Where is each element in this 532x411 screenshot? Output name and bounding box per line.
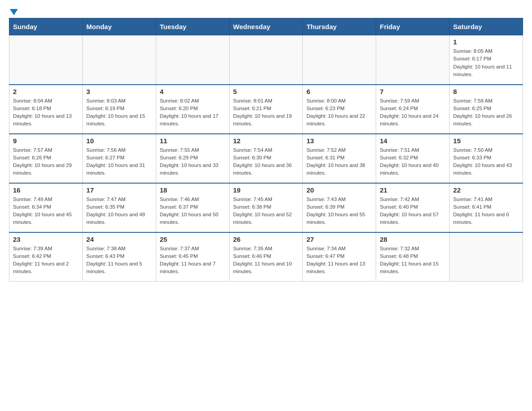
weekday-header-tuesday: Tuesday: [156, 18, 229, 35]
calendar-cell: 6Sunrise: 8:00 AMSunset: 6:23 PMDaylight…: [303, 85, 376, 134]
calendar-cell: 4Sunrise: 8:02 AMSunset: 6:20 PMDaylight…: [156, 85, 229, 134]
calendar-cell: 14Sunrise: 7:51 AMSunset: 6:32 PMDayligh…: [376, 134, 450, 183]
day-info: Sunrise: 7:56 AMSunset: 6:27 PMDaylight:…: [86, 146, 152, 177]
day-number: 11: [160, 137, 226, 145]
calendar-cell: 23Sunrise: 7:39 AMSunset: 6:42 PMDayligh…: [9, 232, 83, 282]
calendar-cell: 10Sunrise: 7:56 AMSunset: 6:27 PMDayligh…: [82, 134, 156, 183]
day-info: Sunrise: 7:55 AMSunset: 6:29 PMDaylight:…: [160, 146, 226, 177]
day-number: 15: [453, 137, 519, 145]
calendar-cell: [450, 232, 523, 282]
day-info: Sunrise: 7:34 AMSunset: 6:47 PMDaylight:…: [306, 245, 372, 276]
calendar-cell: [376, 35, 450, 85]
calendar-week-row: 2Sunrise: 8:04 AMSunset: 6:18 PMDaylight…: [9, 85, 523, 134]
svg-marker-0: [10, 9, 18, 15]
weekday-header-sunday: Sunday: [9, 18, 83, 35]
day-info: Sunrise: 7:58 AMSunset: 6:25 PMDaylight:…: [453, 97, 519, 128]
calendar-cell: [303, 35, 376, 85]
calendar-cell: [9, 35, 83, 85]
calendar-cell: 28Sunrise: 7:32 AMSunset: 6:48 PMDayligh…: [376, 232, 450, 282]
day-number: 3: [86, 88, 152, 95]
calendar-cell: [156, 35, 229, 85]
day-number: 20: [306, 186, 372, 194]
day-info: Sunrise: 7:57 AMSunset: 6:26 PMDaylight:…: [13, 146, 79, 177]
calendar-week-row: 16Sunrise: 7:49 AMSunset: 6:34 PMDayligh…: [9, 183, 523, 232]
day-number: 10: [86, 137, 152, 145]
calendar-cell: 7Sunrise: 7:59 AMSunset: 6:24 PMDaylight…: [376, 85, 450, 134]
day-info: Sunrise: 7:46 AMSunset: 6:37 PMDaylight:…: [160, 196, 226, 227]
day-info: Sunrise: 7:37 AMSunset: 6:45 PMDaylight:…: [160, 245, 226, 276]
calendar-week-row: 1Sunrise: 8:05 AMSunset: 6:17 PMDaylight…: [9, 35, 523, 85]
calendar-cell: 18Sunrise: 7:46 AMSunset: 6:37 PMDayligh…: [156, 183, 229, 232]
weekday-header-saturday: Saturday: [450, 18, 523, 35]
calendar-cell: 1Sunrise: 8:05 AMSunset: 6:17 PMDaylight…: [450, 35, 523, 85]
day-info: Sunrise: 7:45 AMSunset: 6:38 PMDaylight:…: [233, 196, 299, 227]
day-number: 14: [380, 137, 446, 145]
calendar-cell: [229, 35, 303, 85]
calendar-cell: 26Sunrise: 7:35 AMSunset: 6:46 PMDayligh…: [229, 232, 303, 282]
day-info: Sunrise: 7:39 AMSunset: 6:42 PMDaylight:…: [13, 245, 79, 276]
day-info: Sunrise: 8:04 AMSunset: 6:18 PMDaylight:…: [13, 97, 79, 128]
weekday-header-monday: Monday: [82, 18, 156, 35]
calendar-cell: 22Sunrise: 7:41 AMSunset: 6:41 PMDayligh…: [450, 183, 523, 232]
day-info: Sunrise: 7:51 AMSunset: 6:32 PMDaylight:…: [380, 146, 446, 177]
day-info: Sunrise: 7:32 AMSunset: 6:48 PMDaylight:…: [380, 245, 446, 276]
calendar-cell: 11Sunrise: 7:55 AMSunset: 6:29 PMDayligh…: [156, 134, 229, 183]
day-number: 23: [13, 235, 79, 243]
calendar-week-row: 23Sunrise: 7:39 AMSunset: 6:42 PMDayligh…: [9, 232, 523, 282]
day-number: 8: [453, 88, 519, 95]
day-info: Sunrise: 8:05 AMSunset: 6:17 PMDaylight:…: [453, 47, 519, 78]
weekday-header-thursday: Thursday: [303, 18, 376, 35]
calendar-cell: 13Sunrise: 7:52 AMSunset: 6:31 PMDayligh…: [303, 134, 376, 183]
day-info: Sunrise: 7:52 AMSunset: 6:31 PMDaylight:…: [306, 146, 372, 177]
day-number: 6: [306, 88, 372, 95]
day-info: Sunrise: 7:38 AMSunset: 6:43 PMDaylight:…: [86, 245, 152, 276]
calendar-table: SundayMondayTuesdayWednesdayThursdayFrid…: [9, 18, 523, 282]
calendar-cell: 9Sunrise: 7:57 AMSunset: 6:26 PMDaylight…: [9, 134, 83, 183]
logo: [9, 9, 18, 13]
day-number: 18: [160, 186, 226, 194]
day-number: 9: [13, 137, 79, 145]
calendar-cell: 24Sunrise: 7:38 AMSunset: 6:43 PMDayligh…: [82, 232, 156, 282]
day-info: Sunrise: 7:35 AMSunset: 6:46 PMDaylight:…: [233, 245, 299, 276]
day-info: Sunrise: 8:02 AMSunset: 6:20 PMDaylight:…: [160, 97, 226, 128]
day-number: 24: [86, 235, 152, 243]
logo-triangle-icon: [10, 9, 18, 15]
day-number: 1: [453, 38, 519, 46]
calendar-cell: 25Sunrise: 7:37 AMSunset: 6:45 PMDayligh…: [156, 232, 229, 282]
day-info: Sunrise: 7:49 AMSunset: 6:34 PMDaylight:…: [13, 196, 79, 227]
calendar-cell: 2Sunrise: 8:04 AMSunset: 6:18 PMDaylight…: [9, 85, 83, 134]
day-info: Sunrise: 8:00 AMSunset: 6:23 PMDaylight:…: [306, 97, 372, 128]
day-number: 4: [160, 88, 226, 95]
day-number: 25: [160, 235, 226, 243]
calendar-cell: 20Sunrise: 7:43 AMSunset: 6:39 PMDayligh…: [303, 183, 376, 232]
weekday-header-friday: Friday: [376, 18, 450, 35]
weekday-header-wednesday: Wednesday: [229, 18, 303, 35]
day-number: 22: [453, 186, 519, 194]
day-number: 2: [13, 88, 79, 95]
day-number: 26: [233, 235, 299, 243]
day-number: 21: [380, 186, 446, 194]
day-info: Sunrise: 7:42 AMSunset: 6:40 PMDaylight:…: [380, 196, 446, 227]
day-number: 13: [306, 137, 372, 145]
calendar-cell: 27Sunrise: 7:34 AMSunset: 6:47 PMDayligh…: [303, 232, 376, 282]
calendar-week-row: 9Sunrise: 7:57 AMSunset: 6:26 PMDaylight…: [9, 134, 523, 183]
day-info: Sunrise: 7:47 AMSunset: 6:35 PMDaylight:…: [86, 196, 152, 227]
weekday-header-row: SundayMondayTuesdayWednesdayThursdayFrid…: [9, 18, 523, 35]
day-number: 19: [233, 186, 299, 194]
day-info: Sunrise: 8:01 AMSunset: 6:21 PMDaylight:…: [233, 97, 299, 128]
calendar-cell: [82, 35, 156, 85]
calendar-cell: 3Sunrise: 8:03 AMSunset: 6:19 PMDaylight…: [82, 85, 156, 134]
day-number: 12: [233, 137, 299, 145]
calendar-cell: 15Sunrise: 7:50 AMSunset: 6:33 PMDayligh…: [450, 134, 523, 183]
calendar-cell: 17Sunrise: 7:47 AMSunset: 6:35 PMDayligh…: [82, 183, 156, 232]
day-number: 28: [380, 235, 446, 243]
day-number: 5: [233, 88, 299, 95]
page-header: [9, 9, 523, 13]
day-info: Sunrise: 7:43 AMSunset: 6:39 PMDaylight:…: [306, 196, 372, 227]
day-info: Sunrise: 7:41 AMSunset: 6:41 PMDaylight:…: [453, 196, 519, 227]
day-info: Sunrise: 8:03 AMSunset: 6:19 PMDaylight:…: [86, 97, 152, 128]
day-number: 17: [86, 186, 152, 194]
calendar-cell: 12Sunrise: 7:54 AMSunset: 6:30 PMDayligh…: [229, 134, 303, 183]
day-info: Sunrise: 7:59 AMSunset: 6:24 PMDaylight:…: [380, 97, 446, 128]
calendar-cell: 19Sunrise: 7:45 AMSunset: 6:38 PMDayligh…: [229, 183, 303, 232]
